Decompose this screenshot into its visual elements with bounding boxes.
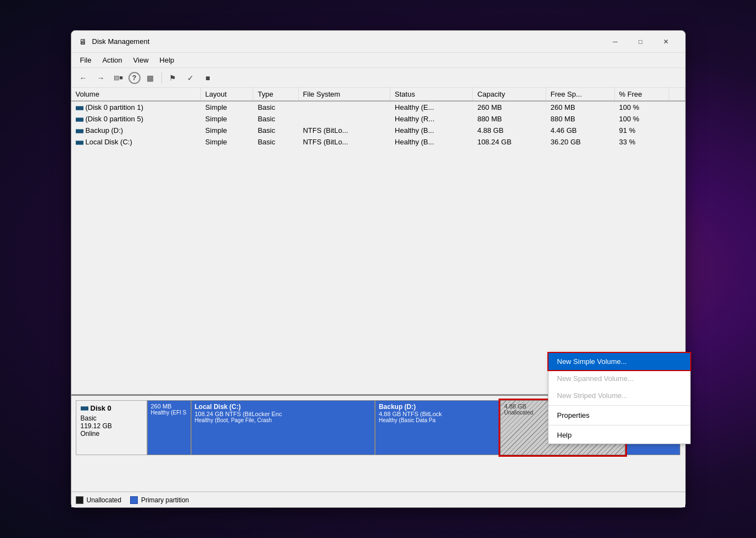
ctx-new-simple-volume[interactable]: New Simple Volume... — [548, 353, 690, 370]
ctx-new-spanned-volume: New Spanned Volume... — [548, 370, 690, 387]
menu-bar: File Action View Help — [71, 53, 685, 68]
cell-type: Basic — [253, 113, 298, 125]
cell-extra — [669, 125, 685, 136]
check-button[interactable]: ✓ — [183, 71, 198, 85]
cell-free-space: 4.46 GB — [546, 125, 614, 136]
disk-size: 119.12 GB — [81, 422, 142, 430]
col-capacity: Capacity — [473, 88, 546, 101]
help-toolbar-button[interactable]: ? — [128, 72, 141, 84]
maximize-button[interactable]: □ — [628, 33, 653, 51]
ctx-properties[interactable]: Properties — [548, 407, 690, 424]
backup-size: 4.88 GB NTFS (BitLock — [379, 411, 496, 417]
cell-volume: Local Disk (C:) — [71, 136, 201, 148]
cell-capacity: 880 MB — [473, 113, 546, 125]
table-row[interactable]: Backup (D:) Simple Basic NTFS (BitLo... … — [71, 125, 685, 136]
disk-name: Disk 0 — [81, 404, 142, 412]
cell-layout: Simple — [200, 125, 253, 136]
cell-filesystem: NTFS (BitLo... — [298, 136, 390, 148]
view-detail-button[interactable]: ▦ — [143, 71, 158, 85]
close-button[interactable]: ✕ — [653, 33, 679, 51]
col-layout: Layout — [200, 88, 253, 101]
disk-icon — [81, 406, 88, 411]
cell-capacity: 4.88 GB — [473, 125, 546, 136]
legend-unallocated: Unallocated — [76, 496, 121, 504]
cell-capacity: 260 MB — [473, 101, 546, 113]
partition-system[interactable]: Local Disk (C:) 108.24 GB NTFS (BitLocke… — [191, 400, 375, 455]
app-icon: 🖥 — [78, 37, 88, 47]
col-free-space: Free Sp... — [546, 88, 614, 101]
toolbar-separator-1 — [161, 72, 162, 83]
ctx-separator-1 — [548, 405, 690, 406]
backup-name: Backup (D:) — [379, 403, 496, 411]
cell-free-space: 880 MB — [546, 113, 614, 125]
forward-button[interactable]: → — [93, 71, 109, 85]
cell-filesystem — [298, 113, 390, 125]
cell-volume: (Disk 0 partition 5) — [71, 113, 201, 125]
cell-layout: Simple — [200, 101, 253, 113]
back-button[interactable]: ← — [76, 71, 91, 85]
cell-status: Healthy (B... — [390, 125, 473, 136]
table-row[interactable]: (Disk 0 partition 1) Simple Basic Health… — [71, 101, 685, 113]
legend-unallocated-box — [76, 496, 83, 504]
cell-status: Healthy (R... — [390, 113, 473, 125]
cell-type: Basic — [253, 125, 298, 136]
cell-percent-free: 100 % — [614, 113, 669, 125]
cell-status: Healthy (E... — [390, 101, 473, 113]
flag-button[interactable]: ⚑ — [165, 71, 181, 85]
ctx-separator-2 — [548, 425, 690, 425]
volume-table-panel: Volume Layout Type File System Status Ca… — [71, 88, 685, 396]
menu-help[interactable]: Help — [155, 55, 179, 65]
backup-detail: Healthy (Basic Data Pa — [379, 417, 496, 423]
properties-button[interactable]: ■ — [200, 71, 216, 85]
window-title: Disk Management — [92, 37, 603, 46]
efi-detail: Healthy (EFI S — [151, 410, 187, 416]
cell-extra — [669, 136, 685, 148]
legend-primary-label: Primary partition — [141, 496, 189, 504]
cell-extra — [669, 101, 685, 113]
table-row[interactable]: Local Disk (C:) Simple Basic NTFS (BitLo… — [71, 136, 685, 148]
menu-file[interactable]: File — [76, 55, 96, 65]
partition-efi[interactable]: 260 MB Healthy (EFI S — [147, 400, 191, 455]
legend-primary-box — [130, 496, 138, 504]
disk-status: Online — [81, 430, 142, 438]
content-area: Volume Layout Type File System Status Ca… — [71, 88, 685, 507]
disk-label: Disk 0 Basic 119.12 GB Online — [76, 400, 147, 455]
table-header-row: Volume Layout Type File System Status Ca… — [71, 88, 685, 101]
legend-primary: Primary partition — [130, 496, 189, 504]
cell-volume: Backup (D:) — [71, 125, 201, 136]
cell-free-space: 36.20 GB — [546, 136, 614, 148]
cell-percent-free: 33 % — [614, 136, 669, 148]
cell-layout: Simple — [200, 136, 253, 148]
col-volume: Volume — [71, 88, 201, 101]
context-menu: New Simple Volume... New Spanned Volume.… — [548, 352, 691, 444]
ctx-help[interactable]: Help — [548, 427, 690, 444]
partition-backup[interactable]: Backup (D:) 4.88 GB NTFS (BitLock Health… — [375, 400, 500, 455]
cell-type: Basic — [253, 101, 298, 113]
cell-layout: Simple — [200, 113, 253, 125]
system-size: 108.24 GB NTFS (BitLocker Enc — [195, 411, 371, 417]
system-detail: Healthy (Boot, Page File, Crash — [195, 417, 371, 423]
cell-capacity: 108.24 GB — [473, 136, 546, 148]
view-list-button[interactable]: ▤■ — [111, 71, 126, 85]
toolbar: ← → ▤■ ? ▦ ⚑ ✓ ■ — [71, 68, 685, 88]
legend-bar: Unallocated Primary partition — [71, 492, 685, 507]
col-status: Status — [390, 88, 473, 101]
volume-table: Volume Layout Type File System Status Ca… — [71, 88, 685, 148]
cell-free-space: 260 MB — [546, 101, 614, 113]
col-percent-free: % Free — [614, 88, 669, 101]
cell-volume: (Disk 0 partition 1) — [71, 101, 201, 113]
cell-status: Healthy (B... — [390, 136, 473, 148]
minimize-button[interactable]: ─ — [603, 33, 628, 51]
legend-unallocated-label: Unallocated — [87, 496, 121, 504]
cell-type: Basic — [253, 136, 298, 148]
ctx-new-striped-volume: New Striped Volume... — [548, 387, 690, 404]
window-controls: ─ □ ✕ — [603, 33, 679, 51]
title-bar: 🖥 Disk Management ─ □ ✕ — [71, 31, 685, 53]
table-row[interactable]: (Disk 0 partition 5) Simple Basic Health… — [71, 113, 685, 125]
efi-size: 260 MB — [151, 403, 187, 410]
cell-filesystem: NTFS (BitLo... — [298, 125, 390, 136]
menu-action[interactable]: Action — [98, 55, 126, 65]
system-name: Local Disk (C:) — [195, 403, 371, 411]
menu-view[interactable]: View — [129, 55, 153, 65]
cell-filesystem — [298, 101, 390, 113]
